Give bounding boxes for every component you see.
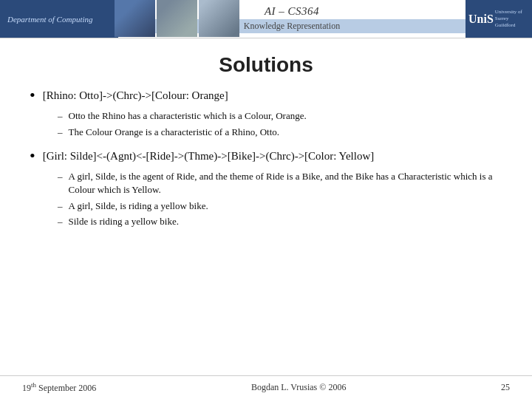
sub-text-1-1: The Colour Orange is a characteristic of… xyxy=(69,126,503,139)
sub-item-1-0: – Otto the Rhino has a characteristic wh… xyxy=(58,109,502,123)
university-logo: UniS University of SurreyGuildford xyxy=(466,0,532,38)
bullet-main-1: • [Rhino: Otto]->(Chrc)->[Colour: Orange… xyxy=(30,89,502,105)
footer-date-suffix: th xyxy=(31,381,36,389)
sub-list-1: – Otto the Rhino has a characteristic wh… xyxy=(58,109,502,138)
bullet-dot-1: • xyxy=(30,86,35,105)
sub-item-2-0: – A girl, Silde, is the agent of Ride, a… xyxy=(58,170,502,197)
footer-date-rest: September 2006 xyxy=(36,383,96,393)
sub-dash: – xyxy=(58,200,63,213)
bullet-section-1: • [Rhino: Otto]->(Chrc)->[Colour: Orange… xyxy=(30,89,502,139)
header-image-3 xyxy=(199,0,239,37)
bullet-dot-2: • xyxy=(30,146,35,166)
footer-date-num: 19 xyxy=(22,383,31,393)
uni-name-text: University of SurreyGuildford xyxy=(495,9,529,29)
uni-s-text: UniS xyxy=(468,13,494,26)
header: Department of Computing AI – CS364 Knowl… xyxy=(0,0,532,38)
sub-item-1-1: – The Colour Orange is a characteristic … xyxy=(58,126,502,139)
main-content: Solutions • [Rhino: Otto]->(Chrc)->[Colo… xyxy=(0,38,532,246)
bullet-text-2: [Girl: Silde]<-(Agnt)<-[Ride]->(Thme)->[… xyxy=(43,149,375,164)
sub-item-2-1: – A girl, Silde, is riding a yellow bike… xyxy=(58,200,502,213)
header-images xyxy=(115,0,239,37)
header-image-1 xyxy=(115,0,155,37)
sub-text-2-2: Silde is riding a yellow bike. xyxy=(69,215,503,228)
uni-logo-container: UniS University of SurreyGuildford xyxy=(468,9,529,29)
dept-label: Department of Computing xyxy=(0,0,118,38)
sub-text-2-1: A girl, Silde, is riding a yellow bike. xyxy=(69,200,503,213)
sub-dash: – xyxy=(58,109,63,123)
page-title: Solutions xyxy=(30,53,502,77)
bullet-main-2: • [Girl: Silde]<-(Agnt)<-[Ride]->(Thme)-… xyxy=(30,149,502,166)
sub-text-1-0: Otto the Rhino has a characteristic whic… xyxy=(69,109,503,123)
footer: 19th September 2006 Bogdan L. Vrusias © … xyxy=(0,375,532,399)
footer-page-num: 25 xyxy=(501,382,510,393)
header-image-2 xyxy=(157,0,197,37)
sub-dash: – xyxy=(58,215,63,228)
sub-text-2-0: A girl, Silde, is the agent of Ride, and… xyxy=(69,170,503,197)
sub-dash: – xyxy=(58,170,63,183)
sub-dash: – xyxy=(58,126,63,139)
bullet-section-2: • [Girl: Silde]<-(Agnt)<-[Ride]->(Thme)-… xyxy=(30,149,502,228)
footer-date: 19th September 2006 xyxy=(22,381,96,394)
footer-center: Bogdan L. Vrusias © 2006 xyxy=(251,382,347,393)
uni-logo-top: UniS University of SurreyGuildford xyxy=(468,9,529,29)
sub-item-2-2: – Silde is riding a yellow bike. xyxy=(58,215,502,228)
dept-text: Department of Computing xyxy=(7,15,93,24)
bullet-text-1: [Rhino: Otto]->(Chrc)->[Colour: Orange] xyxy=(43,89,228,103)
course-title: AI – CS364 xyxy=(265,5,319,18)
sub-list-2: – A girl, Silde, is the agent of Ride, a… xyxy=(58,170,502,228)
